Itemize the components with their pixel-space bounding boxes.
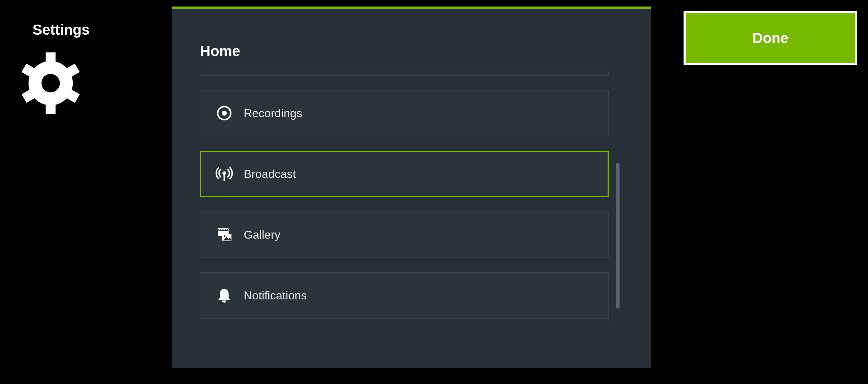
done-button[interactable]: Done — [684, 11, 857, 65]
menu-item-recordings[interactable]: Recordings — [200, 90, 609, 136]
panel-title: Home — [200, 43, 240, 59]
menu-item-label: Gallery — [244, 228, 280, 242]
svg-point-7 — [42, 74, 60, 93]
menu-item-label: Broadcast — [244, 167, 296, 181]
svg-rect-25 — [224, 229, 225, 230]
scrollbar-thumb[interactable] — [616, 163, 620, 308]
menu-item-broadcast[interactable]: Broadcast — [200, 151, 609, 197]
gallery-icon — [216, 226, 233, 243]
svg-rect-24 — [222, 229, 224, 230]
broadcast-icon — [216, 165, 233, 183]
svg-rect-2 — [46, 101, 55, 114]
svg-rect-19 — [224, 175, 225, 181]
svg-rect-22 — [219, 229, 220, 230]
recordings-icon — [216, 104, 233, 122]
menu-item-keyboard-shortcuts[interactable]: Keyboard shortcuts — [200, 72, 609, 76]
bell-icon — [216, 287, 233, 304]
svg-point-18 — [222, 171, 226, 175]
menu-item-gallery[interactable]: Gallery — [200, 212, 609, 258]
settings-panel: Home Keyboard — [172, 7, 651, 368]
menu-item-notifications[interactable]: Notifications — [200, 272, 609, 319]
svg-rect-26 — [226, 229, 227, 230]
scrollbar[interactable] — [616, 73, 620, 357]
menu-list: Keyboard shortcuts Recordings — [200, 72, 609, 358]
done-button-label: Done — [752, 30, 788, 46]
gear-icon — [20, 52, 81, 114]
menu-item-label: Recordings — [244, 107, 302, 120]
svg-point-16 — [222, 111, 227, 116]
svg-rect-23 — [221, 229, 222, 230]
svg-rect-1 — [46, 52, 55, 66]
svg-point-28 — [224, 235, 226, 237]
settings-title: Settings — [33, 22, 90, 38]
menu-item-label: Notifications — [244, 289, 307, 302]
